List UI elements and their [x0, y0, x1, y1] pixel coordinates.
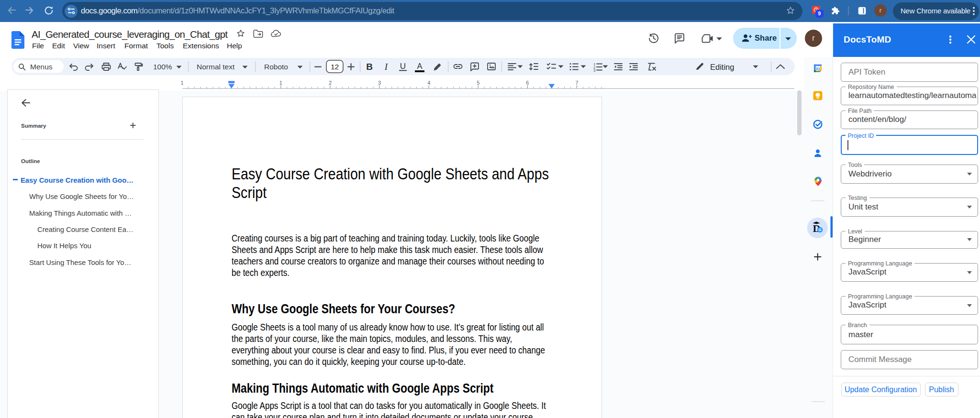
svg-text:Editing: Editing [710, 63, 734, 71]
svg-text:Roboto: Roboto [264, 63, 288, 71]
svg-text:B: B [366, 62, 373, 72]
svg-text:I: I [384, 62, 389, 72]
svg-text:4: 4 [427, 80, 430, 86]
svg-text:7: 7 [575, 80, 578, 86]
svg-text:5: 5 [477, 80, 479, 86]
svg-text:Normal text: Normal text [197, 63, 235, 71]
svg-text:1: 1 [279, 80, 282, 86]
svg-text:1: 1 [181, 80, 184, 86]
svg-text:U: U [400, 62, 406, 71]
svg-text:A: A [417, 62, 422, 70]
svg-text:6: 6 [526, 80, 529, 86]
svg-text:2: 2 [329, 80, 332, 86]
svg-text:31: 31 [816, 66, 820, 71]
svg-text:100%: 100% [153, 63, 172, 71]
svg-text:3: 3 [378, 80, 381, 86]
svg-text:12: 12 [331, 63, 339, 71]
svg-text:3: 3 [593, 68, 596, 73]
